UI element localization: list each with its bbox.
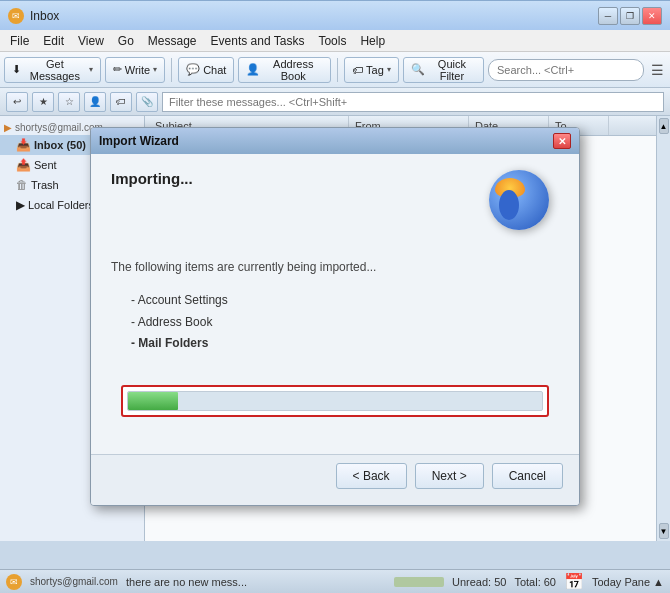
progress-bar-inner [128, 392, 178, 410]
modal-body: Importing... The following items are cur… [91, 154, 579, 454]
next-button[interactable]: Next > [415, 463, 484, 489]
modal-close-button[interactable]: ✕ [553, 133, 571, 149]
progress-container [121, 385, 549, 417]
modal-overlay: Import Wizard ✕ Importing... The followi… [0, 0, 670, 593]
modal-title: Import Wizard [99, 134, 553, 148]
modal-header-row: Importing... [111, 170, 559, 240]
importing-title: Importing... [111, 170, 193, 187]
cancel-button[interactable]: Cancel [492, 463, 563, 489]
modal-title-bar: Import Wizard ✕ [91, 128, 579, 154]
back-button[interactable]: < Back [336, 463, 407, 489]
modal-item-address-book: - Address Book [131, 312, 559, 334]
modal-items-list: - Account Settings - Address Book - Mail… [131, 290, 559, 355]
progress-bar-outer [127, 391, 543, 411]
modal-item-mail-folders: - Mail Folders [131, 333, 559, 355]
modal-item-account-settings: - Account Settings [131, 290, 559, 312]
import-wizard-modal: Import Wizard ✕ Importing... The followi… [90, 127, 580, 506]
modal-description: The following items are currently being … [111, 260, 559, 274]
thunderbird-logo [489, 170, 559, 240]
modal-footer: < Back Next > Cancel [91, 454, 579, 505]
